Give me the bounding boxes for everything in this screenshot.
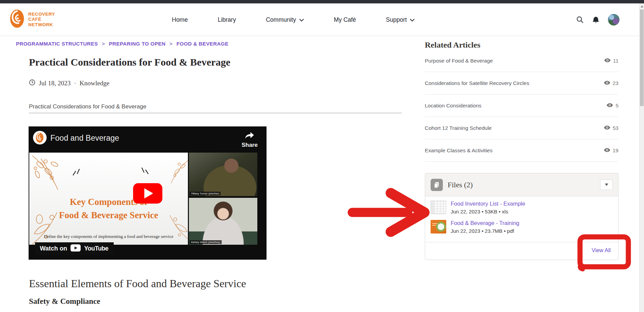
share-arrow-icon (244, 132, 255, 141)
recovery-cafe-swirl-icon (10, 8, 25, 30)
page-scrollbar[interactable] (639, 3, 644, 312)
file-link[interactable]: Food Inventory List - Example (451, 201, 525, 207)
botanical-decoration-icon (159, 153, 188, 194)
chevron-down-icon (410, 16, 415, 23)
related-articles-title: Related Articles (425, 41, 618, 49)
view-count: 53 (613, 125, 618, 131)
nav-item-community[interactable]: Community (266, 16, 304, 23)
slide-title: Key Components of Food & Beverage Servic… (29, 195, 188, 222)
watch-on-youtube-button[interactable]: Watch on YouTube (35, 242, 114, 255)
article-heading: Essential Elements of Food and Beverage … (29, 277, 246, 290)
file-row: Food Inventory List - Example Jun 22, 20… (425, 196, 618, 216)
user-avatar[interactable] (608, 14, 619, 25)
chevron-down-icon (299, 16, 304, 23)
webcam-tile-tiffany: Tiffany Turner (she/her) (189, 153, 257, 196)
watch-on-label: Watch on (40, 245, 67, 252)
channel-avatar[interactable] (33, 131, 47, 144)
participant-name-tag: Tiffany Turner (she/her) (190, 192, 221, 195)
file-thumbnail-xls[interactable] (431, 201, 446, 214)
nav-item-support[interactable]: Support (386, 16, 415, 23)
page-title: Practical Considerations for Food & Beve… (29, 56, 230, 68)
video-title-link[interactable]: Food and Beverage (50, 134, 119, 143)
site-header: RECOVERY CAFÉ NETWORK Home Library Commu… (0, 3, 639, 36)
browser-top-bar (0, 0, 644, 3)
files-card-title: Files (2) (448, 180, 473, 189)
webcam-tile-ashley: Ashley Welch (she/they) (189, 198, 257, 245)
file-row: Food & Beverage - Training Jun 22, 2023 … (425, 216, 618, 235)
files-card-header: Files (2) (425, 173, 618, 196)
site-logo[interactable]: RECOVERY CAFÉ NETWORK (10, 8, 55, 30)
eye-icon (607, 103, 613, 109)
scrollbar-thumb[interactable] (640, 10, 644, 106)
breadcrumb-item[interactable]: FOOD & BEVERAGE (177, 41, 229, 47)
files-card-footer: View All (425, 242, 618, 260)
emphasis-marks-icon (72, 168, 81, 177)
logo-wordmark: RECOVERY CAFÉ NETWORK (28, 12, 55, 28)
view-all-link[interactable]: View All (592, 247, 611, 254)
botanical-decoration-icon (31, 154, 75, 196)
related-article-row[interactable]: Purpose of Food & Beverage 11 (425, 50, 618, 72)
view-count: 23 (613, 80, 618, 86)
view-count: 19 (613, 148, 618, 154)
article-meta: Jul 18, 2023 · Knowledge (29, 79, 109, 87)
dropdown-triangle-icon (605, 184, 608, 186)
section-divider (29, 113, 402, 113)
related-articles-panel: Related Articles Purpose of Food & Bever… (425, 41, 618, 162)
breadcrumb-separator: > (102, 41, 105, 47)
slide-caption: Define the key components of implementin… (29, 234, 188, 239)
files-card: Files (2) Food Inventory List - Example … (425, 173, 618, 260)
nav-item-my-cafe[interactable]: My Café (334, 16, 356, 23)
scrollbar-up-arrow-icon[interactable] (641, 5, 643, 7)
participant-name-tag: Ashley Welch (she/they) (190, 240, 222, 244)
play-triangle-icon (144, 188, 153, 198)
file-link[interactable]: Food & Beverage - Training (451, 220, 519, 227)
nav-item-home[interactable]: Home (172, 16, 188, 23)
files-menu-button[interactable] (600, 179, 613, 190)
article-type: Knowledge (80, 80, 110, 87)
eye-icon (604, 58, 611, 64)
view-count: 5 (615, 103, 618, 109)
eye-icon (604, 125, 610, 131)
file-meta: Jun 22, 2023 • 23.7MB • pdf (451, 228, 519, 234)
related-article-row[interactable]: Cohort 12 Training Schedule 53 (425, 117, 618, 139)
file-thumbnail-pdf[interactable] (431, 220, 446, 233)
share-label: Share (242, 142, 258, 149)
related-article-row[interactable]: Example Classes & Activities 19 (425, 139, 618, 162)
red-arrow-annotation (352, 193, 424, 232)
related-article-row[interactable]: Location Considerations 5 (425, 94, 618, 117)
view-count: 11 (613, 58, 618, 64)
nav-item-library[interactable]: Library (218, 16, 236, 23)
file-meta: Jun 22, 2023 • 53KB • xls (451, 209, 525, 214)
search-icon[interactable] (576, 16, 584, 23)
article-date: Jul 18, 2023 (39, 80, 70, 87)
related-article-row[interactable]: Considerations for Satellite Recovery Ci… (425, 72, 618, 94)
files-icon (431, 179, 443, 191)
youtube-logo-icon (70, 244, 81, 253)
eye-icon (604, 80, 610, 86)
youtube-video-embed[interactable]: Food and Beverage Share (29, 126, 267, 260)
meta-separator: · (74, 80, 76, 87)
breadcrumb-separator: > (170, 41, 173, 47)
youtube-wordmark: YouTube (84, 245, 108, 252)
breadcrumb-item[interactable]: PROGRAMMATIC STRUCTURES (16, 41, 98, 47)
emphasis-marks-icon (140, 167, 149, 176)
breadcrumb-item[interactable]: PREPARING TO OPEN (109, 41, 165, 47)
section-label: Practical Considerations for Food & Beve… (29, 103, 146, 110)
main-nav: Home Library Community My Café Support (172, 3, 415, 36)
share-button[interactable]: Share (242, 132, 258, 149)
presentation-slide: Key Components of Food & Beverage Servic… (29, 153, 188, 245)
clock-icon (29, 79, 35, 87)
header-actions (576, 3, 619, 36)
eye-icon (604, 148, 610, 154)
notifications-bell-icon[interactable] (592, 16, 600, 24)
youtube-play-button[interactable] (133, 183, 162, 204)
article-subheading: Safety & Compliance (29, 297, 100, 306)
breadcrumb: PROGRAMMATIC STRUCTURES > PREPARING TO O… (16, 41, 228, 47)
